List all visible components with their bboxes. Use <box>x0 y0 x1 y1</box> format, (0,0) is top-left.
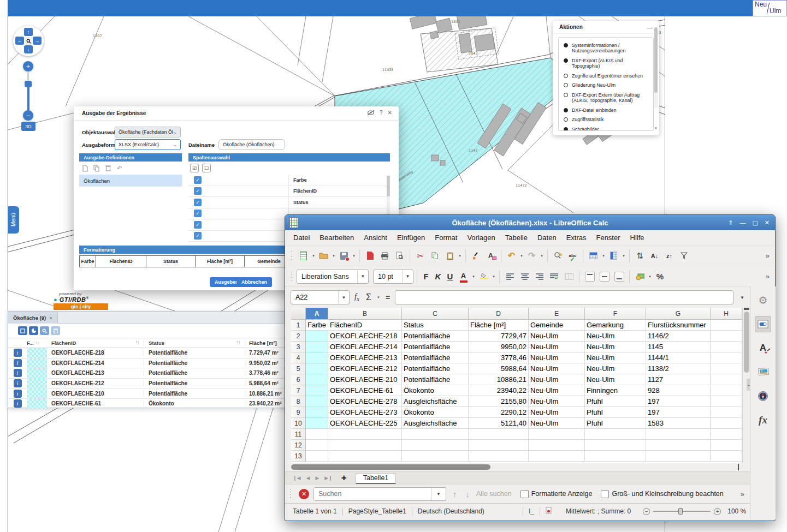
cell[interactable] <box>711 342 742 352</box>
cell[interactable] <box>328 429 402 440</box>
info-button[interactable]: i <box>14 349 22 357</box>
info-button[interactable]: i <box>14 359 22 367</box>
cell[interactable]: Ausgleichsfläche <box>402 418 469 429</box>
previous-sheet-button[interactable]: ◀ <box>306 475 310 481</box>
cell[interactable] <box>328 451 402 462</box>
delete-results-button[interactable] <box>51 326 60 335</box>
print-button[interactable] <box>378 249 392 263</box>
format-select[interactable]: XLSX (Excel/Calc)⌄ <box>115 139 181 150</box>
name-box[interactable]: A22▼ <box>291 290 350 304</box>
cell[interactable]: 197 <box>646 396 711 407</box>
aktionen-scrollbar[interactable] <box>654 27 658 108</box>
menu-ansicht[interactable]: Ansicht <box>359 230 392 245</box>
row-header-2[interactable]: 2 <box>291 331 306 342</box>
menu-format[interactable]: Format <box>430 230 462 245</box>
cell[interactable]: Potentialfläche <box>402 342 469 352</box>
menu-vorlagen[interactable]: Vorlagen <box>462 230 500 245</box>
cell[interactable]: Status <box>402 320 469 331</box>
cell[interactable]: OEKOFLAECHE-273 <box>328 407 402 418</box>
cancel-button[interactable]: Abbrechen <box>236 277 272 287</box>
zoom-to-results-button[interactable] <box>40 326 49 335</box>
align-right-button[interactable] <box>532 270 546 284</box>
cell[interactable]: OEKOFLAECHE-212 <box>328 363 402 374</box>
cell[interactable]: Neu-Ulm <box>585 363 646 374</box>
toolbar-grip[interactable] <box>289 488 292 500</box>
cell[interactable] <box>306 363 328 374</box>
underline-button[interactable]: U <box>445 272 455 281</box>
cell[interactable]: Neu-Ulm <box>529 385 585 396</box>
cell[interactable]: Neu-Ulm <box>585 342 646 352</box>
cell[interactable]: Neu-Ulm <box>529 418 585 429</box>
action-item[interactable]: DXF-Datei einbinden <box>559 105 653 115</box>
cell[interactable] <box>306 342 328 352</box>
cell[interactable]: Potentialfläche <box>402 363 469 374</box>
close-find-button[interactable]: ✕ <box>299 489 309 499</box>
menu-einfügen[interactable]: Einfügen <box>392 230 430 245</box>
col-id[interactable]: FlächenID <box>51 340 76 346</box>
menu-bearbeiten[interactable]: Bearbeiten <box>315 230 359 245</box>
cell[interactable] <box>469 451 529 462</box>
dialog-close-icon[interactable]: ✕ <box>388 110 392 116</box>
row-header-3[interactable]: 3 <box>291 342 306 352</box>
wrap-text-button[interactable] <box>547 270 561 284</box>
cell[interactable]: OEKOFLAECHE-225 <box>328 418 402 429</box>
cell[interactable] <box>529 451 585 462</box>
sort-ascending-button[interactable]: A↓ <box>648 249 661 263</box>
insert-column-button[interactable] <box>607 249 620 263</box>
undo-button[interactable]: ↶ <box>505 249 518 263</box>
cell[interactable]: 3778,46 <box>469 352 529 363</box>
cell[interactable]: Fläche [m²] <box>469 320 529 331</box>
autofilter-button[interactable] <box>677 249 691 263</box>
cell[interactable] <box>306 374 328 385</box>
cell[interactable]: Neu-Ulm <box>529 363 585 374</box>
zoom-slider[interactable] <box>653 511 711 512</box>
cell[interactable]: 1138/2 <box>646 363 711 374</box>
cell[interactable]: Pfuhl <box>585 418 646 429</box>
sort-descending-button[interactable]: z↑ <box>662 249 676 263</box>
pan-down-button[interactable]: ↓ <box>24 45 33 53</box>
cell[interactable]: Flurstücksnummer <box>646 320 711 331</box>
clear-formatting-button[interactable]: A <box>484 249 498 263</box>
open-button[interactable] <box>317 249 330 263</box>
copy-definition-button[interactable] <box>92 164 100 172</box>
table-row[interactable]: iOEKOFLAECHE-218Potentialfläche7.729,47 … <box>8 348 295 358</box>
checkbox-checked-icon[interactable]: ✓ <box>194 221 202 229</box>
column-checkbox-row[interactable]: ✓Status <box>188 197 390 208</box>
sidebar-properties-button[interactable] <box>755 316 771 332</box>
row-header-10[interactable]: 10 <box>291 418 306 429</box>
cell[interactable]: OEKOFLAECHE-213 <box>328 352 402 363</box>
bold-button[interactable]: F <box>421 272 431 281</box>
horizontal-scrollbar[interactable] <box>291 463 742 471</box>
info-button[interactable]: i <box>14 390 22 398</box>
cell[interactable] <box>585 440 646 451</box>
table-row[interactable]: iOEKOFLAECHE-214Potentialfläche9.950,02 … <box>8 358 295 369</box>
menu-tab[interactable]: Menü <box>8 206 19 234</box>
expand-formula-bar-icon[interactable]: ▼ <box>738 290 747 304</box>
equals-button[interactable]: = <box>384 293 392 302</box>
cell[interactable]: OEKOFLAECHE-210 <box>328 374 402 385</box>
sort-icon[interactable]: ↑↓ <box>36 341 40 345</box>
cell[interactable] <box>711 374 742 385</box>
find-replace-button[interactable] <box>551 249 565 263</box>
toolbar-grip[interactable] <box>291 271 293 283</box>
pan-left-button[interactable]: ← <box>15 37 24 45</box>
new-definition-button[interactable] <box>81 164 89 172</box>
object-select[interactable]: Ökofläche (Fachdaten Öko...⌄ <box>115 127 181 138</box>
merge-cells-button[interactable] <box>562 270 576 284</box>
reset-definition-button[interactable]: ↶ <box>115 164 123 172</box>
cell[interactable]: Ausgleichsfläche <box>402 396 469 407</box>
toolbar-overflow[interactable]: » <box>766 252 770 260</box>
zoom-in-icon[interactable]: + <box>714 508 721 515</box>
cell[interactable]: 7729,47 <box>469 331 529 342</box>
cell[interactable]: OEKOFLAECHE-218 <box>328 331 402 342</box>
sidebar-settings-button[interactable]: ⚙ <box>755 292 771 308</box>
checkbox-checked-icon[interactable]: ✓ <box>194 187 202 195</box>
zoom-in-button[interactable]: + <box>23 61 33 71</box>
cell[interactable]: 928 <box>646 385 711 396</box>
column-header-E[interactable]: E <box>529 308 585 320</box>
action-item[interactable]: DXF-Export Extern über Auftrag (ALKIS, T… <box>559 90 653 105</box>
menu-datei[interactable]: Datei <box>288 230 315 245</box>
copy-button[interactable] <box>428 249 442 263</box>
font-name-combo[interactable]: Liberation Sans▼ <box>297 270 369 284</box>
sidebar-functions-button[interactable]: fx <box>755 412 771 428</box>
